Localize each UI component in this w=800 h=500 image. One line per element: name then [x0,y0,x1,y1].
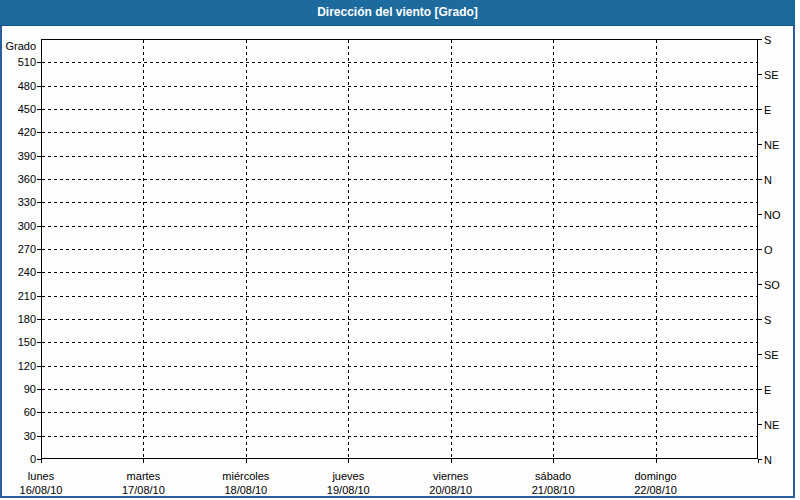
y-tick-mark [37,319,41,320]
h-gridline [42,132,757,133]
y-tick-label: 30 [0,430,36,442]
h-gridline [42,342,757,343]
h-gridline [42,366,757,367]
y-tick-label: 420 [0,126,36,138]
compass-tick-mark [758,354,762,355]
compass-tick-label: SE [764,349,779,361]
x-tick-mark [553,459,554,463]
y-axis-title: Grado [0,40,36,53]
y-tick-label: 360 [0,173,36,185]
date-label: 19/08/10 [298,484,398,496]
compass-tick-label: NO [764,209,781,221]
y-tick-label: 390 [0,150,36,162]
date-label: 18/08/10 [196,484,296,496]
h-gridline [42,109,757,110]
h-gridline [42,202,757,203]
y-tick-label: 0 [0,453,36,465]
y-tick-label: 60 [0,406,36,418]
y-tick-label: 450 [0,103,36,115]
y-tick-mark [37,109,41,110]
h-gridline [42,249,757,250]
y-tick-mark [37,272,41,273]
y-tick-mark [37,179,41,180]
day-label: domingo [606,470,706,482]
compass-tick-mark [758,144,762,145]
day-label: martes [93,470,193,482]
compass-tick-label: NE [764,419,779,431]
h-gridline [42,412,757,413]
compass-tick-label: E [764,384,771,396]
y-tick-label: 510 [0,56,36,68]
y-tick-label: 150 [0,336,36,348]
h-gridline [42,296,757,297]
compass-tick-mark [758,109,762,110]
v-gridline [246,40,247,458]
compass-tick-mark [758,214,762,215]
compass-tick-label: SO [764,279,780,291]
compass-tick-label: E [764,104,771,116]
compass-tick-label: S [764,34,771,46]
y-tick-mark [37,62,41,63]
x-tick-mark [758,459,759,463]
compass-tick-label: O [764,244,773,256]
h-gridline [42,272,757,273]
y-tick-mark [37,412,41,413]
y-tick-label: 300 [0,220,36,232]
v-gridline [656,40,657,458]
y-tick-label: 270 [0,243,36,255]
date-label: 20/08/10 [401,484,501,496]
h-gridline [42,389,757,390]
date-label: 17/08/10 [93,484,193,496]
date-label: 22/08/10 [606,484,706,496]
compass-tick-mark [758,74,762,75]
y-tick-mark [37,389,41,390]
y-tick-mark [37,296,41,297]
y-tick-label: 180 [0,313,36,325]
day-label: sábado [503,470,603,482]
y-tick-mark [37,156,41,157]
x-tick-mark [41,459,42,463]
v-gridline [553,40,554,458]
compass-tick-mark [758,39,762,40]
day-label: jueves [298,470,398,482]
compass-tick-label: N [764,454,772,466]
compass-tick-mark [758,179,762,180]
h-gridline [42,62,757,63]
day-label: viernes [401,470,501,482]
y-tick-label: 120 [0,360,36,372]
compass-tick-label: SE [764,69,779,81]
x-tick-mark [143,459,144,463]
h-gridline [42,436,757,437]
day-label: miércoles [196,470,296,482]
y-tick-mark [37,342,41,343]
y-tick-label: 240 [0,266,36,278]
compass-tick-mark [758,389,762,390]
day-label: lunes [0,470,91,482]
compass-tick-mark [758,249,762,250]
y-tick-label: 330 [0,196,36,208]
compass-tick-label: NE [764,139,779,151]
compass-tick-label: N [764,174,772,186]
y-tick-mark [37,249,41,250]
y-tick-mark [37,202,41,203]
y-tick-label: 90 [0,383,36,395]
v-gridline [451,40,452,458]
x-tick-mark [656,459,657,463]
y-tick-label: 480 [0,80,36,92]
compass-tick-mark [758,424,762,425]
y-tick-mark [37,366,41,367]
date-label: 16/08/10 [0,484,91,496]
compass-tick-mark [758,319,762,320]
h-gridline [42,86,757,87]
y-tick-mark [37,436,41,437]
v-gridline [143,40,144,458]
x-tick-mark [246,459,247,463]
x-tick-mark [451,459,452,463]
date-label: 21/08/10 [503,484,603,496]
wind-direction-chart: Grado 0306090120150180210240270300330360… [0,0,795,498]
h-gridline [42,226,757,227]
v-gridline [348,40,349,458]
y-tick-label: 210 [0,290,36,302]
h-gridline [42,319,757,320]
chart-title: Dirección del viento [Grado] [0,0,795,26]
